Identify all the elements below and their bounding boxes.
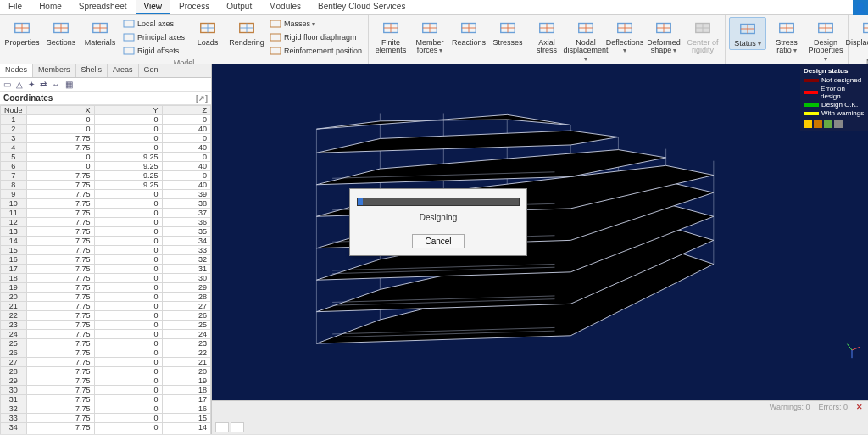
cell-x[interactable]: 7.75 [26, 199, 94, 209]
cell-x[interactable]: 7.75 [26, 143, 94, 153]
axial-stress-button[interactable]: Axial stress [528, 17, 565, 57]
cell-z[interactable]: 33 [162, 246, 210, 255]
deformed-shape-button[interactable]: Deformed shape [645, 17, 682, 57]
finite-elements-button[interactable]: Finite elements [372, 17, 409, 57]
cell-x[interactable]: 7.75 [26, 237, 94, 246]
cell-y[interactable]: 0 [94, 321, 162, 330]
deflections-button[interactable]: Deflections [606, 17, 643, 57]
table-row[interactable]: 207.75028 [1, 293, 211, 302]
cell-x[interactable]: 7.75 [26, 432, 94, 435]
menu-tab-home[interactable]: Home [31, 0, 70, 14]
cell-z[interactable]: 18 [162, 386, 210, 395]
cell-y[interactable]: 9.25 [94, 153, 162, 162]
table-row[interactable]: 287.75020 [1, 367, 211, 376]
table-row[interactable]: 327.75016 [1, 404, 211, 414]
cell-z[interactable]: 24 [162, 330, 210, 339]
cell-z[interactable]: 23 [162, 339, 210, 348]
cell-z[interactable]: 0 [162, 153, 210, 162]
cell-z[interactable]: 26 [162, 311, 210, 321]
cell-x[interactable]: 7.75 [26, 376, 94, 386]
table-row[interactable]: 37.7500 [1, 134, 211, 143]
stress-ratio-button[interactable]: Stress ratio [768, 17, 805, 57]
local-axes-button[interactable]: Local axes [120, 17, 187, 31]
cell-y[interactable]: 9.25 [94, 171, 162, 181]
table-row[interactable]: 87.759.2540 [1, 181, 211, 190]
menu-tab-view[interactable]: View [136, 0, 171, 14]
cell-y[interactable]: 0 [94, 125, 162, 134]
cell-x[interactable]: 7.75 [26, 293, 94, 302]
member-forces-button[interactable]: Member forces [411, 17, 448, 57]
reactions-button[interactable]: Reactions [450, 17, 487, 48]
cell-z[interactable]: 27 [162, 302, 210, 311]
cell-z[interactable]: 22 [162, 348, 210, 358]
tool-grid-icon[interactable]: ▦ [65, 80, 73, 89]
cell-z[interactable]: 35 [162, 227, 210, 237]
cell-z[interactable]: 30 [162, 274, 210, 283]
table-row[interactable]: 167.75032 [1, 255, 211, 265]
axis-gizmo-icon[interactable] [843, 341, 861, 360]
cell-x[interactable]: 0 [26, 115, 94, 125]
table-row[interactable]: 177.75031 [1, 265, 211, 274]
rigid-offsets-button[interactable]: Rigid offsets [120, 44, 187, 58]
table-row[interactable]: 157.75033 [1, 246, 211, 255]
cell-x[interactable]: 7.75 [26, 367, 94, 376]
cell-y[interactable]: 0 [94, 209, 162, 218]
sections-button[interactable]: Sections [42, 17, 80, 48]
cell-z[interactable]: 32 [162, 255, 210, 265]
cell-z[interactable]: 40 [162, 125, 210, 134]
cell-y[interactable]: 0 [94, 115, 162, 125]
cell-y[interactable]: 9.25 [94, 181, 162, 190]
cell-y[interactable]: 0 [94, 134, 162, 143]
cell-y[interactable]: 0 [94, 395, 162, 404]
cell-z[interactable]: 14 [162, 423, 210, 432]
cell-x[interactable]: 7.75 [26, 255, 94, 265]
cell-y[interactable]: 0 [94, 265, 162, 274]
cell-y[interactable]: 0 [94, 386, 162, 395]
cell-x[interactable]: 7.75 [26, 423, 94, 432]
cell-z[interactable]: 19 [162, 376, 210, 386]
cell-z[interactable]: 31 [162, 265, 210, 274]
cell-y[interactable]: 0 [94, 432, 162, 435]
cell-z[interactable]: 28 [162, 293, 210, 302]
cell-x[interactable]: 7.75 [26, 218, 94, 227]
cell-x[interactable]: 7.75 [26, 134, 94, 143]
cell-y[interactable]: 0 [94, 190, 162, 199]
table-row[interactable]: 317.75017 [1, 395, 211, 404]
cell-x[interactable]: 7.75 [26, 265, 94, 274]
tool-leftright-icon[interactable]: ↔ [52, 80, 60, 89]
displacements-button[interactable]: Displacements [852, 17, 868, 48]
properties-button[interactable]: Properties [3, 17, 41, 48]
table-row[interactable]: 509.250 [1, 153, 211, 162]
expand-icon[interactable]: [↗] [196, 94, 208, 103]
rigid-floor-button[interactable]: Rigid floor diaphragm [267, 31, 364, 44]
cell-z[interactable]: 34 [162, 237, 210, 246]
cell-z[interactable]: 40 [162, 181, 210, 190]
cell-x[interactable]: 0 [26, 153, 94, 162]
table-row[interactable]: 297.75019 [1, 376, 211, 386]
left-tab-gen[interactable]: Gen [139, 64, 164, 77]
cell-x[interactable]: 7.75 [26, 358, 94, 367]
cell-x[interactable]: 7.75 [26, 395, 94, 404]
cell-z[interactable]: 36 [162, 218, 210, 227]
table-row[interactable]: 97.75039 [1, 190, 211, 199]
cell-x[interactable]: 7.75 [26, 209, 94, 218]
table-row[interactable]: 227.75026 [1, 311, 211, 321]
cell-y[interactable]: 0 [94, 311, 162, 321]
cell-y[interactable]: 0 [94, 376, 162, 386]
cell-z[interactable]: 0 [162, 171, 210, 181]
cell-z[interactable]: 39 [162, 190, 210, 199]
table-row[interactable]: 307.75018 [1, 386, 211, 395]
cell-x[interactable]: 7.75 [26, 181, 94, 190]
cell-y[interactable]: 0 [94, 330, 162, 339]
legend-mini-icon[interactable] [824, 120, 832, 128]
cell-x[interactable]: 7.75 [26, 348, 94, 358]
cell-x[interactable]: 7.75 [26, 321, 94, 330]
menu-tab-output[interactable]: Output [218, 0, 260, 14]
cell-z[interactable]: 37 [162, 209, 210, 218]
user-icon[interactable]: 👤 [853, 0, 868, 15]
cell-z[interactable]: 29 [162, 283, 210, 293]
table-row[interactable]: 237.75025 [1, 321, 211, 330]
cancel-button[interactable]: Cancel [412, 234, 464, 248]
table-row[interactable]: 197.75029 [1, 283, 211, 293]
table-row[interactable]: 77.759.250 [1, 171, 211, 181]
